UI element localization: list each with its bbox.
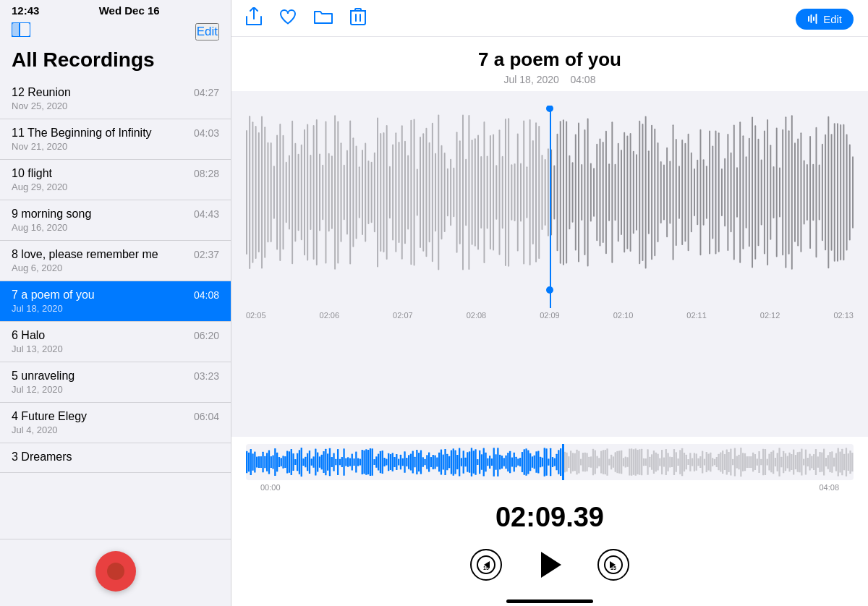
svg-rect-428 [687,459,689,465]
svg-rect-494 [821,452,822,471]
play-button[interactable] [531,546,569,584]
waveform-main[interactable] [231,106,868,308]
recording-item[interactable]: 9 morning song 04:43 Aug 16, 2020 [0,200,231,241]
skip-forward-button[interactable]: 15 [597,549,629,581]
svg-rect-103 [529,119,531,265]
recording-item[interactable]: 7 a poem of you 04:08 Jul 18, 2020 [0,281,231,322]
svg-rect-357 [544,448,545,477]
folder-button[interactable] [314,9,333,29]
svg-rect-290 [408,455,409,469]
svg-rect-188 [788,130,790,255]
svg-rect-408 [647,449,648,475]
svg-rect-423 [677,458,678,466]
svg-rect-326 [481,454,482,469]
svg-rect-10 [246,130,247,255]
svg-rect-432 [696,453,697,471]
svg-rect-253 [333,453,334,471]
svg-rect-303 [434,455,435,469]
recording-item[interactable]: 8 love, please remember me 02:37 Aug 6, … [0,241,231,281]
delete-button[interactable] [350,7,366,30]
svg-rect-337 [503,458,505,466]
svg-rect-233 [292,453,294,471]
svg-rect-165 [718,132,720,252]
svg-rect-168 [727,134,728,251]
svg-rect-338 [505,456,506,469]
svg-rect-419 [669,456,671,467]
edit-button[interactable]: Edit [195,23,219,40]
svg-rect-35 [322,165,323,220]
svg-rect-203 [834,123,835,262]
svg-rect-242 [311,458,312,466]
svg-rect-219 [264,456,265,468]
svg-rect-435 [702,451,703,473]
skip-back-button[interactable]: 15 15 [470,549,502,581]
svg-rect-84 [472,140,473,245]
recording-item[interactable]: 12 Reunion 04:27 Nov 25, 2020 [0,79,231,119]
svg-rect-465 [762,449,764,476]
svg-rect-76 [447,168,448,217]
svg-rect-42 [344,165,345,221]
svg-rect-95 [505,119,506,266]
mini-waveform[interactable] [246,444,854,480]
svg-rect-116 [569,155,570,230]
svg-rect-306 [441,450,442,475]
svg-rect-163 [712,145,713,239]
time-label: 02:12 [760,311,780,320]
svg-rect-322 [473,451,475,474]
svg-rect-137 [633,151,634,234]
svg-rect-105 [535,122,537,263]
svg-rect-152 [678,166,680,219]
svg-rect-433 [697,458,699,466]
svg-rect-13 [255,126,257,259]
svg-rect-274 [375,456,377,467]
svg-rect-501 [835,453,837,471]
right-toolbar: Edit [231,0,868,37]
recording-item[interactable]: 5 unraveling 03:23 Jul 12, 2020 [0,362,231,403]
svg-rect-0 [12,22,19,37]
recording-item[interactable]: 6 Halo 06:20 Jul 13, 2020 [0,322,231,362]
recording-item-name: 12 Reunion [12,86,71,99]
recording-item[interactable]: 4 Future Elegy 06:04 Jul 4, 2020 [0,403,231,443]
svg-rect-229 [284,456,286,468]
recording-item[interactable]: 3 Dreamers [0,443,231,473]
svg-rect-218 [262,452,263,473]
svg-rect-23 [286,162,287,223]
waveform-section[interactable]: 02:0502:0602:0702:0802:0902:1002:1102:12… [231,91,868,437]
svg-rect-406 [643,458,644,466]
svg-rect-478 [788,453,790,472]
svg-rect-484 [801,449,802,476]
recording-item[interactable]: 10 flight 08:28 Aug 29, 2020 [0,160,231,200]
svg-rect-99 [517,133,519,251]
share-button[interactable] [246,7,262,30]
svg-rect-413 [657,453,658,470]
svg-rect-378 [586,453,587,471]
svg-rect-281 [390,454,391,470]
svg-rect-452 [736,456,738,469]
recordings-list[interactable]: 12 Reunion 04:27 Nov 25, 2020 11 The Beg… [0,79,231,539]
svg-rect-400 [631,448,632,475]
favorite-button[interactable] [279,9,297,29]
svg-rect-314 [456,455,458,469]
svg-rect-264 [355,452,357,473]
svg-rect-307 [443,454,444,469]
svg-rect-481 [795,455,796,469]
svg-rect-173 [742,135,744,249]
recording-item[interactable]: 11 The Beginning of Infinity 04:03 Nov 2… [0,119,231,160]
svg-rect-472 [777,453,778,471]
svg-rect-251 [329,448,331,477]
recording-item-duration: 04:08 [194,289,219,301]
svg-rect-211 [248,453,250,472]
svg-rect-312 [453,448,454,476]
svg-rect-237 [301,448,302,477]
svg-rect-61 [401,125,403,259]
recording-item-name: 7 a poem of you [12,289,95,302]
mini-waveform-section[interactable]: 00:00 04:08 [231,437,868,495]
sidebar-toggle-button[interactable] [12,22,30,41]
svg-rect-356 [542,458,543,467]
record-button[interactable] [95,551,136,592]
edit-recording-button[interactable]: Edit [796,9,854,30]
svg-rect-473 [778,448,780,476]
svg-rect-392 [615,452,616,472]
svg-rect-189 [791,115,793,269]
svg-rect-197 [816,127,817,258]
